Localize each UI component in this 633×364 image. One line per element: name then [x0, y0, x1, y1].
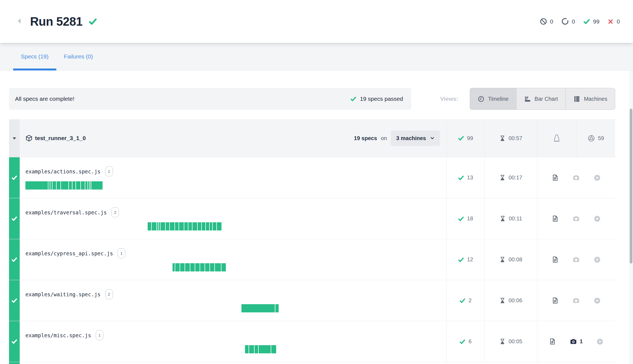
video-button[interactable]: [594, 174, 601, 181]
spec-duration-cell: 00:05: [484, 321, 537, 362]
group-header-row: test_runner_3_1_0 19 specs on 3 machines: [9, 119, 615, 157]
spec-machine-badge: 1: [96, 330, 103, 340]
camera-icon: [570, 338, 577, 345]
page-title: Run 5281: [30, 15, 83, 28]
bar-chart-icon: [524, 96, 531, 102]
spec-name: examples/waiting.spec.js: [25, 291, 101, 297]
timeline-bar: [245, 345, 276, 353]
stdout-button[interactable]: [552, 174, 559, 181]
view-button-timeline-label: Timeline: [488, 96, 509, 102]
banner-message: All specs are complete!: [15, 96, 74, 102]
white-check-icon: [11, 298, 17, 303]
spec-name: examples/traversal.spec.js: [25, 209, 107, 215]
screenshot-count: 1: [580, 338, 583, 345]
spec-duration: 00:11: [509, 215, 522, 222]
view-button-timeline[interactable]: Timeline: [470, 88, 517, 110]
tab-specs-label: Specs (19): [21, 53, 49, 60]
back-chevron-icon: [16, 17, 23, 26]
run-page: Run 5281 0 0 99: [0, 0, 633, 364]
scrollbar-thumb[interactable]: [630, 109, 632, 264]
video-button[interactable]: [594, 297, 601, 304]
chevron-down-icon: [430, 136, 434, 140]
stdout-button[interactable]: [552, 215, 559, 222]
failed-count: 0: [617, 18, 620, 25]
screenshots-button[interactable]: [572, 215, 580, 223]
camera-icon: [572, 174, 580, 182]
spec-machine-badge: 2: [105, 289, 113, 299]
group-expand-toggle[interactable]: [9, 119, 20, 157]
play-icon: [594, 174, 601, 181]
skipped-icon: [540, 18, 547, 25]
tab-specs[interactable]: Specs (19): [13, 43, 56, 70]
spec-row-waiting: examples/waiting.spec.js 2 2 00:06: [9, 280, 615, 321]
content-area: All specs are complete! 19 specs passed …: [0, 88, 633, 364]
tab-failures-label: Failures (0): [64, 53, 93, 60]
check-icon: [458, 216, 464, 222]
screenshots-button[interactable]: 1: [570, 338, 583, 345]
view-button-machines-label: Machines: [584, 96, 607, 102]
spec-status-passed: [9, 362, 20, 364]
spec-timeline: [25, 263, 446, 271]
play-icon: [596, 338, 603, 345]
play-icon: [594, 256, 601, 263]
screenshots-button[interactable]: [572, 297, 580, 304]
spec-passed-cell: 6: [447, 321, 484, 362]
spec-row-cypress-api: examples/cypress_api.spec.js 1 12 00:08: [9, 239, 615, 280]
stdout-button[interactable]: [549, 338, 556, 345]
banner-passed: 19 specs passed: [350, 96, 403, 102]
spec-artifacts-cell: 1: [537, 321, 615, 362]
spec-status-passed: [9, 280, 20, 321]
stat-passed: 99: [583, 18, 599, 25]
failed-x-icon: [608, 19, 614, 25]
camera-icon: [572, 215, 580, 223]
complete-banner: All specs are complete! 19 specs passed: [9, 88, 411, 110]
white-check-icon: [11, 216, 17, 221]
screenshots-button[interactable]: [572, 174, 580, 182]
view-button-machines[interactable]: Machines: [566, 88, 615, 110]
video-button[interactable]: [594, 256, 601, 263]
group-passed-count: 99: [467, 135, 473, 141]
white-check-icon: [11, 257, 17, 262]
summary-row: All specs are complete! 19 specs passed …: [9, 88, 615, 110]
machines-dropdown[interactable]: 3 machines: [391, 131, 440, 146]
hourglass-icon: [499, 174, 506, 181]
spec-name: examples/misc.spec.js: [25, 332, 91, 338]
banner-passed-text: 19 specs passed: [360, 96, 403, 102]
stat-running: 0: [561, 18, 575, 25]
linux-penguin-icon: [553, 134, 561, 142]
camera-icon: [572, 256, 580, 264]
group-browser-version: 59: [598, 135, 604, 141]
spec-duration: 00:17: [509, 174, 522, 181]
stdout-button[interactable]: [552, 297, 559, 304]
running-spinner-icon: [561, 18, 569, 25]
chrome-icon: [588, 135, 595, 142]
spec-name: examples/cypress_api.spec.js: [25, 250, 113, 256]
view-button-bar-chart[interactable]: Bar Chart: [517, 88, 566, 110]
check-icon: [458, 135, 464, 141]
spec-machine-badge: 2: [111, 207, 119, 217]
video-button[interactable]: [594, 215, 601, 222]
hourglass-icon: [499, 135, 506, 141]
spec-duration-cell: 00:06: [484, 280, 537, 321]
timeline-bar: [241, 304, 279, 312]
spec-name: examples/actions.spec.js: [25, 168, 101, 174]
spec-machine-badge: 1: [118, 248, 125, 258]
tab-failures[interactable]: Failures (0): [56, 43, 101, 70]
hourglass-icon: [500, 215, 506, 222]
spec-cell: examples/waiting.spec.js 2: [20, 280, 447, 321]
screenshots-button[interactable]: [572, 256, 580, 264]
app-header: Run 5281 0 0 99: [0, 0, 633, 43]
spec-passed-cell: 12: [447, 239, 484, 280]
spec-cell: examples/actions.spec.js 1: [20, 157, 447, 198]
video-button[interactable]: [596, 338, 603, 345]
stdout-doc-icon: [552, 256, 559, 263]
white-check-icon: [11, 339, 17, 344]
spec-status-passed: [9, 198, 20, 239]
spec-row-actions: examples/actions.spec.js 1 13 00:17: [9, 157, 615, 198]
back-button[interactable]: [16, 17, 23, 26]
group-main-cell: test_runner_3_1_0 19 specs on 3 machines: [20, 119, 447, 157]
stat-skipped: 0: [540, 18, 553, 25]
spec-timeline: [25, 222, 446, 230]
spec-artifacts-cell: [537, 280, 615, 321]
stdout-button[interactable]: [552, 256, 559, 263]
